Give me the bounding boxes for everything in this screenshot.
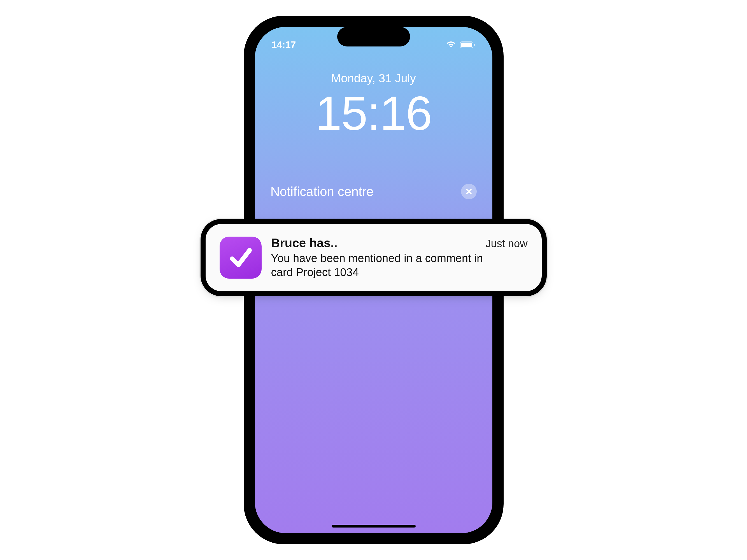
notification-body: Bruce has.. Just now You have been menti… [271,236,528,279]
dynamic-island [337,27,410,47]
notification-top-row: Bruce has.. Just now [271,236,528,250]
wifi-icon [446,41,456,49]
notification-title: Bruce has.. [271,236,337,250]
notification-centre-close-button[interactable] [461,184,477,199]
status-right [446,41,475,49]
home-indicator[interactable] [332,525,416,528]
status-time: 14:17 [272,39,296,50]
notification-centre-title: Notification centre [271,184,374,199]
svg-rect-2 [474,44,475,46]
close-icon [465,188,473,195]
app-icon [220,237,262,278]
svg-rect-1 [461,43,472,47]
notification-message: You have been mentioned in a comment in … [271,251,502,279]
notification-centre-header: Notification centre [255,184,492,199]
notification-timestamp: Just now [486,238,528,250]
notification-card[interactable]: Bruce has.. Just now You have been menti… [206,224,542,291]
phone-mockup: 14:17 Monday, 31 J [245,17,503,543]
lockscreen-time: 15:16 [255,86,492,140]
checkmark-icon [227,244,255,272]
lockscreen-date: Monday, 31 July [255,72,492,85]
battery-icon [460,41,475,49]
